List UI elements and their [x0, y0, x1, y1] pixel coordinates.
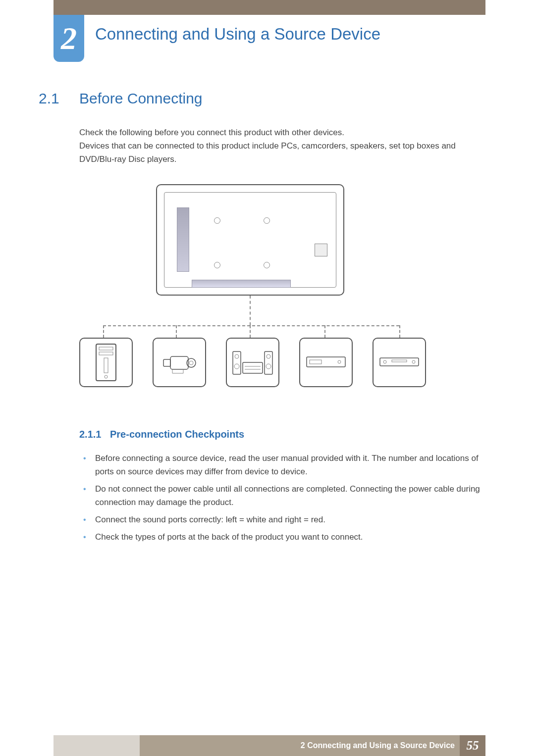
header-strip [54, 0, 485, 15]
connector-line [324, 325, 325, 338]
connector-line [250, 325, 251, 338]
svg-rect-19 [310, 360, 321, 364]
svg-point-11 [234, 364, 239, 369]
connector-line [103, 325, 104, 338]
svg-rect-9 [233, 352, 241, 374]
list-item: Check the types of ports at the back of … [79, 530, 485, 544]
connector-line [176, 325, 177, 338]
device-row [79, 338, 426, 387]
svg-point-14 [266, 364, 271, 369]
subsection-heading: 2.1.1 Pre-connection Checkpoints [79, 429, 244, 440]
footer-chapter-ref: 2 Connecting and Using a Source Device [301, 741, 455, 750]
list-item: Do not connect the power cable until all… [79, 482, 485, 509]
connector-line [103, 325, 399, 326]
svg-rect-18 [307, 357, 345, 367]
svg-point-23 [383, 360, 386, 363]
section-heading: 2.1 Before Connecting [39, 90, 203, 107]
svg-point-24 [412, 360, 415, 363]
section-title: Before Connecting [79, 90, 203, 107]
subsection-number: 2.1.1 [79, 429, 110, 440]
pc-tower-icon [94, 343, 118, 382]
intro-line-1: Check the following before you connect t… [79, 126, 485, 139]
side-port-panel-icon [177, 207, 189, 272]
page-footer: 2 Connecting and Using a Source Device 5… [54, 735, 485, 756]
device-pc-tower [79, 338, 133, 387]
bluray-player-icon [378, 355, 421, 370]
checkpoint-list: Before connecting a source device, read … [79, 452, 485, 548]
svg-rect-5 [170, 356, 188, 369]
vesa-hole-icon [214, 262, 220, 268]
set-top-box-icon [305, 354, 347, 371]
page-number-badge: 55 [460, 735, 485, 756]
tv-back-panel-icon [156, 184, 344, 296]
svg-point-4 [105, 375, 107, 378]
chapter-number-badge: 2 [54, 15, 84, 62]
svg-rect-8 [163, 359, 170, 366]
device-set-top-box [299, 338, 353, 387]
bottom-port-panel-icon [192, 280, 291, 288]
section-number: 2.1 [39, 90, 79, 107]
svg-rect-22 [392, 360, 407, 362]
svg-rect-3 [104, 358, 108, 373]
tv-inner-panel [164, 192, 336, 288]
connector-line [250, 296, 251, 325]
svg-rect-15 [243, 362, 263, 373]
vesa-hole-icon [264, 262, 270, 268]
device-camcorder [153, 338, 206, 387]
svg-point-7 [189, 361, 193, 365]
device-speaker-amp [226, 338, 279, 387]
vesa-hole-icon [264, 217, 270, 224]
speaker-system-icon [231, 348, 274, 377]
list-item: Before connecting a source device, read … [79, 452, 485, 478]
small-port-icon [315, 244, 327, 256]
list-item: Connect the sound ports correctly: left … [79, 513, 485, 526]
svg-point-13 [267, 354, 270, 358]
svg-point-10 [235, 354, 239, 358]
svg-rect-2 [99, 352, 113, 355]
chapter-number: 2 [61, 23, 77, 54]
svg-rect-12 [265, 352, 272, 374]
subsection-title: Pre-connection Checkpoints [110, 429, 244, 440]
svg-point-20 [338, 360, 341, 363]
section-intro: Check the following before you connect t… [79, 126, 485, 166]
intro-line-2: Devices that can be connected to this pr… [79, 139, 485, 166]
connection-diagram [79, 184, 426, 397]
vesa-hole-icon [214, 217, 220, 224]
page-number: 55 [467, 739, 479, 753]
svg-rect-1 [99, 347, 113, 350]
device-bluray-player [373, 338, 426, 387]
camcorder-icon [161, 350, 197, 375]
chapter-title: Connecting and Using a Source Device [95, 25, 380, 44]
connector-line [399, 325, 400, 338]
